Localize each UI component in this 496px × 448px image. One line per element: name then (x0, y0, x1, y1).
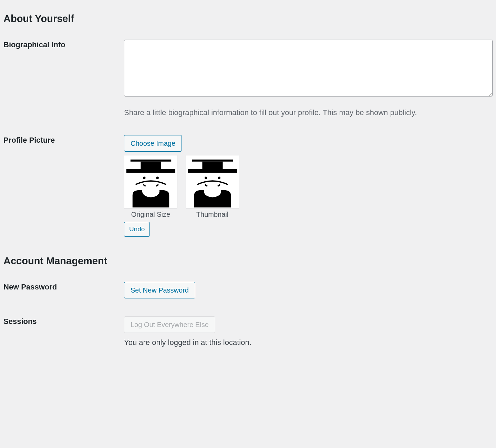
label-profile-picture: Profile Picture (3, 135, 124, 145)
row-sessions: Sessions Log Out Everywhere Else You are… (3, 307, 493, 356)
svg-point-3 (143, 176, 145, 179)
avatar-original: Original Size (124, 155, 177, 218)
svg-rect-8 (188, 169, 237, 173)
svg-point-5 (142, 185, 159, 197)
svg-rect-2 (126, 169, 175, 173)
svg-point-10 (218, 176, 220, 179)
avatar-icon (187, 156, 238, 207)
section-about-yourself: About Yourself (3, 13, 493, 24)
biographical-info-textarea[interactable] (124, 40, 493, 96)
undo-button[interactable]: Undo (124, 222, 150, 237)
row-profile-picture: Profile Picture Choose Image (3, 126, 493, 246)
svg-rect-0 (130, 159, 171, 161)
avatar-thumbnail-image (186, 155, 239, 208)
label-new-password: New Password (3, 282, 124, 292)
avatar-icon (125, 156, 176, 207)
biographical-info-help: Share a little biographical information … (124, 108, 493, 117)
svg-rect-1 (141, 161, 161, 169)
section-account-management: Account Management (3, 255, 493, 267)
svg-point-9 (205, 176, 207, 179)
label-biographical-info: Biographical Info (3, 40, 124, 49)
svg-point-4 (156, 176, 158, 179)
logout-everywhere-button: Log Out Everywhere Else (124, 316, 215, 333)
avatar-thumbnail-caption: Thumbnail (186, 211, 239, 218)
label-sessions: Sessions (3, 316, 124, 326)
avatar-original-image (124, 155, 177, 208)
choose-image-button[interactable]: Choose Image (124, 135, 182, 152)
svg-point-11 (204, 185, 221, 197)
avatar-thumbnail: Thumbnail (186, 155, 239, 218)
sessions-help: You are only logged in at this location. (124, 338, 493, 347)
row-biographical-info: Biographical Info Share a little biograp… (3, 31, 493, 126)
svg-rect-7 (202, 161, 223, 169)
row-new-password: New Password Set New Password (3, 273, 493, 307)
set-new-password-button[interactable]: Set New Password (124, 282, 195, 298)
svg-rect-6 (192, 159, 232, 161)
avatar-original-caption: Original Size (124, 211, 177, 218)
